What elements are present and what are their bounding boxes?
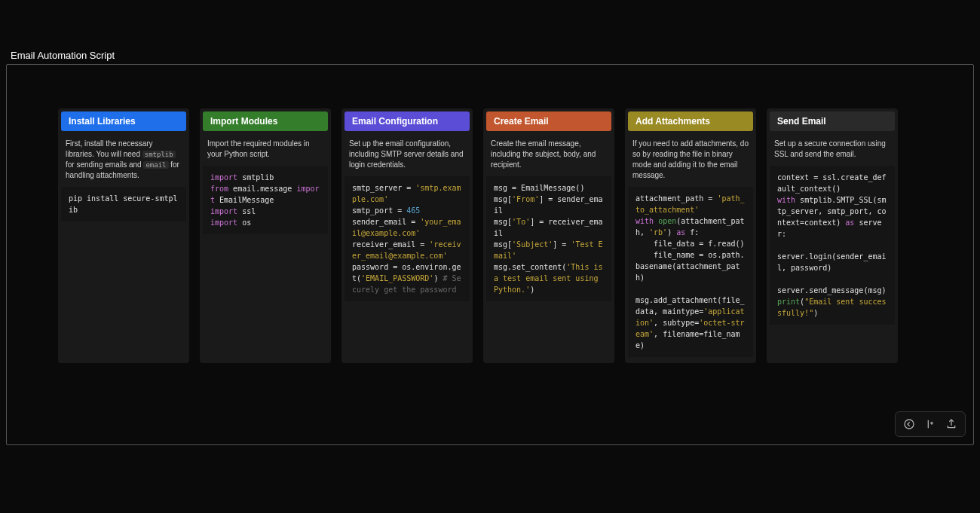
code-block[interactable]: attachment_path = 'path_to_attachment' w… bbox=[628, 187, 753, 357]
code-block[interactable]: import smtplib from email.message import… bbox=[203, 166, 328, 234]
insert-button[interactable] bbox=[920, 415, 941, 433]
svg-point-0 bbox=[905, 420, 914, 429]
column-description: First, install the necessary libraries. … bbox=[58, 134, 189, 187]
column-send: Send EmailSet up a secure connection usi… bbox=[767, 108, 898, 363]
code-block[interactable]: msg = EmailMessage() msg['From'] = sende… bbox=[486, 176, 611, 301]
column-create: Create EmailCreate the email message, in… bbox=[483, 108, 614, 363]
column-header[interactable]: Import Modules bbox=[203, 111, 328, 131]
column-attach: Add AttachmentsIf you need to add attach… bbox=[625, 108, 756, 363]
board-container: Install LibrariesFirst, install the nece… bbox=[6, 64, 974, 445]
page-title: Email Automation Script bbox=[0, 0, 980, 64]
share-button[interactable] bbox=[941, 415, 962, 433]
column-header[interactable]: Send Email bbox=[770, 111, 895, 131]
column-import: Import ModulesImport the required module… bbox=[200, 108, 331, 363]
bottom-toolbar bbox=[895, 411, 966, 437]
column-description: Set up a secure connection using SSL and… bbox=[767, 134, 898, 166]
column-header[interactable]: Install Libraries bbox=[61, 111, 186, 131]
code-block[interactable]: smtp_server = 'smtp.example.com' smtp_po… bbox=[345, 176, 470, 301]
column-header[interactable]: Add Attachments bbox=[628, 111, 753, 131]
column-install: Install LibrariesFirst, install the nece… bbox=[58, 108, 189, 363]
code-block[interactable]: pip install secure-smtplib bbox=[61, 187, 186, 221]
column-config: Email ConfigurationSet up the email conf… bbox=[341, 108, 473, 363]
column-description: Set up the email configuration, includin… bbox=[341, 134, 473, 176]
column-header[interactable]: Create Email bbox=[486, 111, 611, 131]
column-description: Import the required modules in your Pyth… bbox=[200, 134, 331, 166]
column-header[interactable]: Email Configuration bbox=[345, 111, 470, 131]
column-description: If you need to add attachments, do so by… bbox=[625, 134, 756, 187]
back-button[interactable] bbox=[899, 415, 920, 433]
column-description: Create the email message, including the … bbox=[483, 134, 614, 176]
columns-row: Install LibrariesFirst, install the nece… bbox=[7, 108, 973, 363]
code-block[interactable]: context = ssl.create_default_context() w… bbox=[770, 166, 895, 325]
